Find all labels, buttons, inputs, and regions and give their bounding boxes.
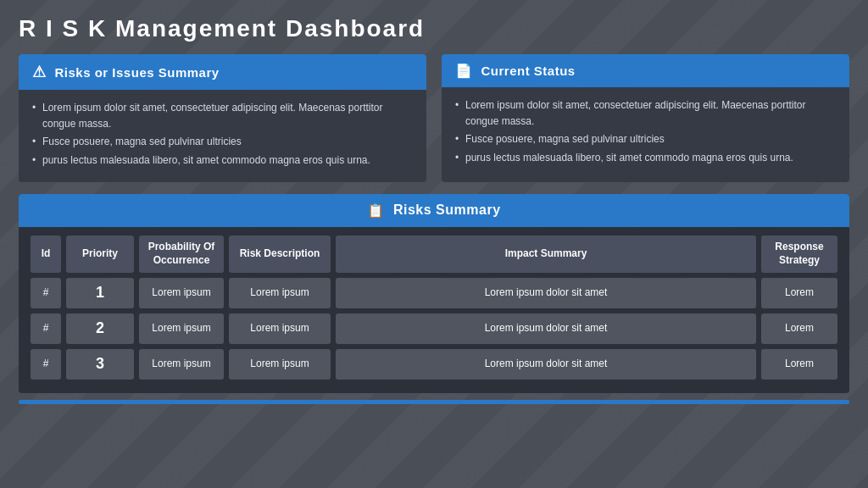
- row3-priority: 3: [66, 349, 134, 380]
- col-probability-header: Probability Of Occurrence: [139, 236, 224, 273]
- table-row: # 1 Lorem ipsum Lorem ipsum Lorem ipsum …: [31, 278, 837, 308]
- table-header-row: Id Priority Probability Of Occurrence Ri…: [31, 236, 837, 273]
- risks-issues-header: ⚠ Risks or Issues Summary: [19, 54, 426, 90]
- table-row: # 3 Lorem ipsum Lorem ipsum Lorem ipsum …: [31, 349, 837, 380]
- row2-description: Lorem ipsum: [229, 313, 331, 344]
- current-status-panel: 📄 Current Status Lorem ipsum dolor sit a…: [442, 54, 849, 182]
- row2-impact: Lorem ipsum dolor sit amet: [336, 313, 756, 344]
- col-impact-header: Impact Summary: [336, 236, 756, 273]
- risks-issues-body: Lorem ipsum dolor sit amet, consectetuer…: [19, 90, 426, 182]
- current-status-body: Lorem ipsum dolor sit amet, consectetuer…: [442, 87, 849, 180]
- top-panels: ⚠ Risks or Issues Summary Lorem ipsum do…: [19, 54, 849, 182]
- current-status-list: Lorem ipsum dolor sit amet, consectetuer…: [455, 97, 836, 166]
- page-title: R I S K Management Dashboard: [19, 15, 849, 42]
- row3-impact: Lorem ipsum dolor sit amet: [336, 349, 756, 380]
- row2-id: #: [31, 313, 61, 344]
- row2-probability: Lorem ipsum: [139, 313, 224, 344]
- row2-priority: 2: [66, 313, 134, 344]
- col-description-header: Risk Description: [229, 236, 331, 273]
- col-response-header: Response Strategy: [761, 236, 837, 273]
- row1-probability: Lorem ipsum: [139, 278, 224, 308]
- table-row: # 2 Lorem ipsum Lorem ipsum Lorem ipsum …: [31, 313, 837, 344]
- current-status-label: Current Status: [481, 64, 576, 78]
- row1-impact: Lorem ipsum dolor sit amet: [336, 278, 756, 308]
- list-item: purus lectus malesuada libero, sit amet …: [455, 150, 836, 166]
- row3-probability: Lorem ipsum: [139, 349, 224, 380]
- row1-description: Lorem ipsum: [229, 278, 331, 308]
- risks-summary-section: 📋 Risks Summary Id Priority Probability …: [19, 194, 849, 393]
- risks-summary-label: Risks Summary: [393, 202, 501, 218]
- row2-response: Lorem: [761, 313, 837, 344]
- col-priority-header: Priority: [66, 236, 134, 273]
- list-item: Lorem ipsum dolor sit amet, consectetuer…: [32, 100, 413, 132]
- row1-priority: 1: [66, 278, 134, 308]
- current-status-header: 📄 Current Status: [442, 54, 849, 87]
- document-icon: 📄: [455, 63, 473, 79]
- row1-response: Lorem: [761, 278, 837, 308]
- list-item: purus lectus malesuada libero, sit amet …: [32, 152, 413, 169]
- bottom-accent-bar: [19, 400, 849, 404]
- risks-issues-panel: ⚠ Risks or Issues Summary Lorem ipsum do…: [19, 54, 426, 182]
- row3-description: Lorem ipsum: [229, 349, 331, 380]
- row3-response: Lorem: [761, 349, 837, 380]
- risks-table: Id Priority Probability Of Occurrence Ri…: [19, 227, 849, 393]
- risks-summary-header: 📋 Risks Summary: [19, 194, 849, 227]
- list-item: Fusce posuere, magna sed pulvinar ultric…: [32, 134, 413, 150]
- col-id-header: Id: [31, 236, 61, 273]
- clipboard-icon: 📋: [367, 202, 385, 219]
- row1-id: #: [31, 278, 61, 308]
- list-item: Fusce posuere, magna sed pulvinar ultric…: [455, 131, 836, 147]
- risks-issues-label: Risks or Issues Summary: [55, 65, 220, 80]
- risks-issues-list: Lorem ipsum dolor sit amet, consectetuer…: [32, 100, 413, 169]
- list-item: Lorem ipsum dolor sit amet, consectetuer…: [455, 97, 836, 130]
- row3-id: #: [31, 349, 61, 380]
- warning-icon: ⚠: [32, 63, 47, 81]
